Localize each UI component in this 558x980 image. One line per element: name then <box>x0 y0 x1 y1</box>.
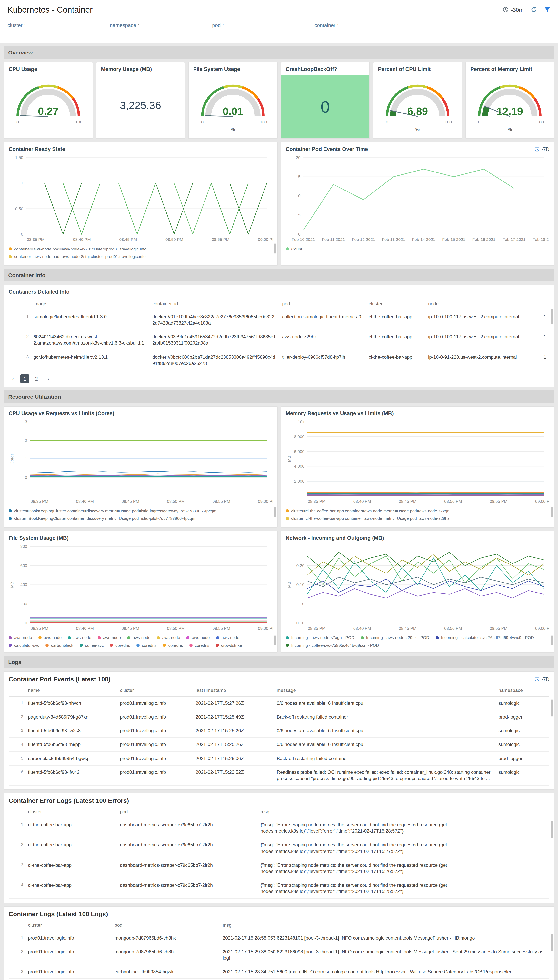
table-cell: ip-10-0-100-117.us-west-2.compute.intern… <box>425 310 528 330</box>
time-range-badge[interactable]: -7D <box>535 677 549 682</box>
scrollbar[interactable] <box>551 934 553 951</box>
table-row[interactable]: 1cl-the-coffee-bar-appdashboard-metrics-… <box>9 818 549 838</box>
svg-text:20: 20 <box>295 155 300 160</box>
table-cell: prod01.travellogic.info <box>117 696 192 710</box>
legend-item[interactable]: Count <box>286 246 545 252</box>
scrollbar[interactable] <box>551 699 553 716</box>
table-row[interactable]: 6fluentd-5fb6b6cf98-lfw42prod01.travello… <box>9 765 549 785</box>
legend-item[interactable]: Incoming - coffee-svc-75895c4c4b-q9scn -… <box>286 642 379 648</box>
legend-item[interactable]: crowdstrike <box>216 642 242 648</box>
table-row[interactable]: 3prod01.travellogic.infocarbonblack-fb9f… <box>9 965 549 978</box>
scrollbar[interactable] <box>551 308 553 324</box>
legend-item[interactable]: aws-node <box>38 635 62 641</box>
namespace-filter-input[interactable] <box>110 29 190 37</box>
column-header[interactable]: namespace <box>495 685 549 696</box>
table-row[interactable]: 2602401143462.dkr.ecr.us-west-2.amazonaw… <box>9 330 549 350</box>
pagination-next[interactable]: › <box>44 374 53 383</box>
cluster-filter-input[interactable] <box>7 29 88 37</box>
pod-filter-input[interactable] <box>212 29 292 37</box>
svg-text:10: 10 <box>295 193 300 198</box>
legend-item[interactable]: aws-node <box>186 635 210 641</box>
filter-pod: pod * <box>212 22 292 37</box>
legend-item[interactable]: Incoming - calculator-svc-76cdf7fd69-4vw… <box>435 635 534 641</box>
column-header[interactable]: name <box>25 685 117 696</box>
table-row[interactable]: 3fluentd-5fb6b6cf98-jw2c8prod01.travello… <box>9 724 549 737</box>
column-header[interactable]: lastTimestamp <box>192 685 274 696</box>
scrollbar[interactable] <box>274 243 276 254</box>
table-row[interactable]: 1prod01.travellogic.infomongodb-7d87965b… <box>9 931 549 945</box>
legend-item[interactable]: coffee-svc <box>80 642 104 648</box>
column-header[interactable] <box>528 298 549 310</box>
column-header[interactable]: pod <box>112 919 220 931</box>
column-header[interactable]: cluster <box>25 919 112 931</box>
column-header[interactable]: cluster <box>117 685 192 696</box>
column-header[interactable]: msg <box>220 919 549 931</box>
column-header[interactable]: pod <box>117 806 258 818</box>
table-cell: prod01.travellogic.info <box>117 751 192 765</box>
pagination-page-1[interactable]: 1 <box>20 374 29 383</box>
panel-title: Container Pod Events (Latest 100) <box>9 676 110 683</box>
scrollbar[interactable] <box>551 507 553 517</box>
table-row[interactable]: 2prod01.travellogic.infomongodb-7d87965b… <box>9 945 549 965</box>
legend-item[interactable]: aws-node <box>157 635 180 641</box>
refresh-icon[interactable] <box>530 6 537 13</box>
container-filter-input[interactable] <box>315 29 395 37</box>
legend-item[interactable]: coredns <box>189 642 209 648</box>
table-cell: fluentd-5fb6b6cf98-jw2c8 <box>25 724 117 737</box>
table-row[interactable]: 3cl-the-coffee-bar-appdashboard-metrics-… <box>9 858 549 878</box>
legend-item[interactable]: coredns <box>136 642 157 648</box>
scrollbar[interactable] <box>274 507 276 517</box>
table-row[interactable]: 4prod01.travellogic.infofluentd-5fb6b6cf… <box>9 979 549 980</box>
time-range-badge[interactable]: -7D <box>535 146 549 152</box>
legend-item[interactable]: aws-node <box>97 635 121 641</box>
legend-item[interactable]: Incoming - aws-node-z29hz - POD <box>361 635 429 641</box>
pagination-page-2[interactable]: 2 <box>32 374 41 383</box>
legend-item[interactable]: Incoming - aws-node-s7xgn - POD <box>286 635 354 641</box>
filter-icon[interactable] <box>544 7 551 13</box>
svg-text:Feb 17 2021: Feb 17 2021 <box>502 237 525 242</box>
table-row[interactable]: 5carbonblack-fb9ff9854-bgwkjprod01.trave… <box>9 751 549 765</box>
table-row[interactable]: 4cl-the-coffee-bar-appdashboard-metrics-… <box>9 878 549 898</box>
legend-item[interactable]: coredns <box>110 642 130 648</box>
legend-item[interactable]: aws-node <box>68 635 91 641</box>
table-row[interactable]: 2cl-the-coffee-bar-appdashboard-metrics-… <box>9 838 549 858</box>
column-header[interactable]: cluster <box>25 806 117 818</box>
legend-item[interactable]: cluster=cl-the-coffee-bar-app container=… <box>286 508 545 513</box>
row-index: 4 <box>9 878 25 898</box>
legend-item[interactable]: aws-node <box>216 635 239 641</box>
legend-item[interactable]: aws-node <box>127 635 150 641</box>
column-header[interactable]: node <box>425 298 528 310</box>
time-range-control[interactable]: -30m <box>503 7 524 13</box>
column-header[interactable]: message <box>274 685 495 696</box>
scrollbar[interactable] <box>274 636 276 645</box>
scrollbar[interactable] <box>551 636 553 645</box>
legend-item[interactable]: cluster=cl-the-coffee-bar-app container=… <box>286 516 545 521</box>
column-header[interactable]: container_id <box>149 298 279 310</box>
row-index: 3 <box>9 965 25 978</box>
legend-item[interactable]: container=aws-node pod=aws-node-4x7jz cl… <box>9 246 268 252</box>
column-header[interactable]: msg <box>258 806 549 818</box>
legend-dot <box>136 644 140 647</box>
panel-title: Container Logs (Latest 100 Logs) <box>9 910 108 918</box>
legend-item[interactable]: cluster=BookKeepingCluster container=dis… <box>9 516 268 521</box>
row-index: 6 <box>9 765 25 785</box>
legend-item[interactable]: cluster=BookKeepingCluster container=dis… <box>9 508 268 513</box>
scrollbar[interactable] <box>551 821 553 838</box>
dashboard-body: Overview CPU Usage 01000.27 Memory Usage… <box>0 43 558 980</box>
svg-text:08:35 PM: 08:35 PM <box>308 626 325 631</box>
legend-item[interactable]: coredns <box>163 642 183 648</box>
legend-item[interactable]: carbonblack <box>46 642 73 648</box>
column-header[interactable]: cluster <box>366 298 425 310</box>
legend-item[interactable]: aws-node <box>9 635 32 641</box>
legend-item[interactable]: calculator-svc <box>9 642 39 648</box>
table-row[interactable]: 1fluentd-5fb6b6cf98-nhvchprod01.travello… <box>9 696 549 710</box>
table-row[interactable]: 2pagerduty-84d685f79f-g87xnprod01.travel… <box>9 710 549 724</box>
table-row[interactable]: 3gcr.io/kubernetes-helm/tiller:v2.13.1do… <box>9 350 549 370</box>
column-header[interactable]: pod <box>279 298 366 310</box>
table-row[interactable]: 1sumologic/kubernetes-fluentd:1.3.0docke… <box>9 310 549 330</box>
legend-label: aws-node <box>44 635 62 641</box>
column-header[interactable]: image <box>30 298 149 310</box>
table-row[interactable]: 4fluentd-5fb6b6cf98-rn9ppprod01.travello… <box>9 738 549 751</box>
legend-item[interactable]: container=aws-node pod=aws-node-8stnj cl… <box>9 254 268 259</box>
pagination-prev[interactable]: ‹ <box>9 374 17 383</box>
